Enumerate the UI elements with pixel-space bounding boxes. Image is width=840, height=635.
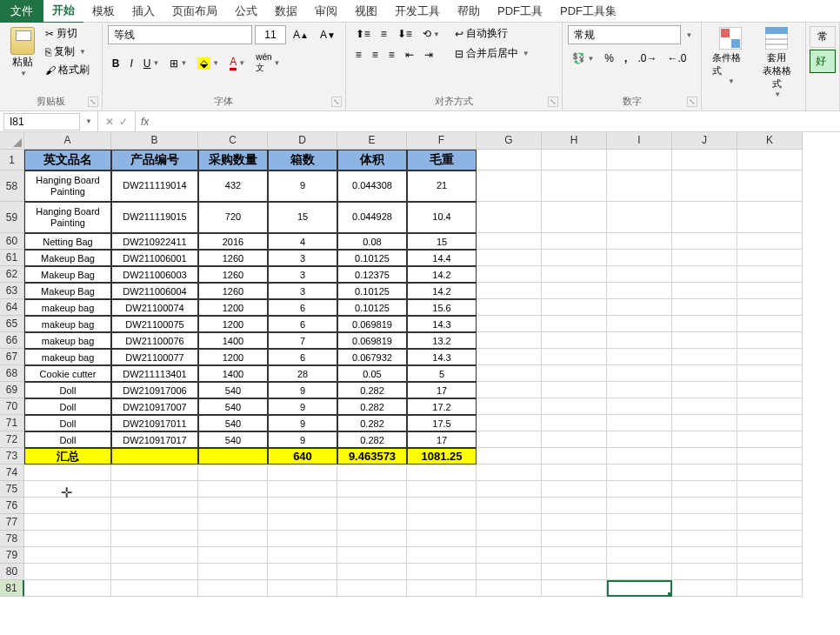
cell[interactable] — [477, 481, 542, 498]
cell[interactable] — [672, 465, 737, 481]
cell[interactable] — [737, 283, 803, 299]
cell[interactable] — [111, 547, 198, 564]
cell[interactable] — [477, 316, 542, 332]
table-cell[interactable]: 14.3 — [407, 349, 477, 365]
cell[interactable] — [672, 150, 737, 170]
table-cell[interactable]: 1260 — [198, 250, 268, 266]
row-header-71[interactable]: 71 — [0, 415, 24, 431]
cell[interactable] — [24, 498, 111, 514]
table-cell[interactable]: Hanging Board Painting — [24, 170, 111, 202]
cancel-formula-icon[interactable]: ✕ — [105, 116, 114, 128]
cell[interactable] — [737, 514, 803, 531]
orientation-button[interactable]: ⟲▼ — [418, 25, 444, 43]
table-cell[interactable]: 0.044308 — [337, 170, 407, 202]
percent-button[interactable]: % — [600, 50, 618, 67]
increase-indent-button[interactable]: ⇥ — [420, 46, 437, 64]
cell[interactable] — [672, 547, 737, 564]
table-cell[interactable]: DW21100076 — [111, 332, 198, 349]
table-cell[interactable]: 15 — [407, 233, 477, 250]
align-bottom-button[interactable]: ⬇≡ — [393, 25, 417, 43]
cell[interactable] — [542, 564, 607, 580]
align-expand-icon[interactable]: ⤡ — [548, 97, 558, 107]
table-cell[interactable]: 1400 — [198, 332, 268, 349]
cell[interactable] — [737, 233, 803, 250]
menu-template[interactable]: 模板 — [83, 0, 123, 23]
table-cell[interactable]: 0.05 — [337, 365, 407, 382]
table-cell[interactable]: 1200 — [198, 349, 268, 365]
table-cell[interactable]: DW210922411 — [111, 233, 198, 250]
row-header-77[interactable]: 77 — [0, 514, 24, 531]
cell[interactable] — [672, 250, 737, 266]
cell[interactable] — [607, 465, 672, 481]
fill-color-button[interactable]: ⬙▼ — [193, 55, 223, 72]
table-cell[interactable]: 1200 — [198, 299, 268, 316]
cell[interactable] — [542, 448, 607, 465]
table-header[interactable]: 箱数 — [268, 150, 337, 170]
cell[interactable] — [407, 498, 477, 514]
cell[interactable] — [737, 580, 803, 597]
cell[interactable] — [542, 382, 607, 398]
row-header-63[interactable]: 63 — [0, 283, 24, 299]
cell[interactable] — [477, 332, 542, 349]
cell[interactable] — [542, 202, 607, 233]
col-header-C[interactable]: C — [198, 132, 268, 150]
cell[interactable] — [477, 514, 542, 531]
cell[interactable] — [737, 564, 803, 580]
sum-cell[interactable] — [111, 448, 198, 465]
phonetic-button[interactable]: wén文▼ — [251, 50, 284, 77]
cell[interactable] — [607, 202, 672, 233]
table-header[interactable]: 采购数量 — [198, 150, 268, 170]
cell[interactable] — [607, 299, 672, 316]
cell[interactable] — [337, 465, 407, 481]
table-cell[interactable]: Makeup Bag — [24, 250, 111, 266]
row-header-74[interactable]: 74 — [0, 465, 24, 481]
menu-formula[interactable]: 公式 — [226, 0, 266, 23]
cell[interactable] — [542, 465, 607, 481]
cell[interactable] — [198, 465, 268, 481]
cell[interactable] — [542, 415, 607, 431]
cell[interactable] — [607, 498, 672, 514]
cell[interactable] — [111, 481, 198, 498]
cell[interactable] — [24, 465, 111, 481]
cell[interactable] — [607, 398, 672, 415]
cell[interactable] — [24, 514, 111, 531]
col-header-I[interactable]: I — [607, 132, 672, 150]
table-cell[interactable]: 0.282 — [337, 415, 407, 431]
cell[interactable] — [542, 365, 607, 382]
cell[interactable] — [268, 514, 337, 531]
menu-view[interactable]: 视图 — [346, 0, 386, 23]
format-painter-button[interactable]: 🖌格式刷 — [43, 62, 91, 78]
row-header-61[interactable]: 61 — [0, 250, 24, 266]
cell[interactable] — [672, 580, 737, 597]
cell[interactable] — [672, 332, 737, 349]
cell[interactable] — [268, 564, 337, 580]
align-middle-button[interactable]: ≡ — [377, 25, 391, 43]
cell[interactable] — [477, 448, 542, 465]
table-cell[interactable]: 17.2 — [407, 398, 477, 415]
cell[interactable] — [268, 465, 337, 481]
cell[interactable] — [477, 398, 542, 415]
cell[interactable] — [737, 365, 803, 382]
cell[interactable] — [737, 332, 803, 349]
cell[interactable] — [607, 564, 672, 580]
table-cell[interactable]: makeup bag — [24, 349, 111, 365]
table-cell[interactable]: 1200 — [198, 316, 268, 332]
decrease-decimal-button[interactable]: ←.0 — [663, 50, 690, 67]
table-cell[interactable]: 540 — [198, 382, 268, 398]
table-cell[interactable]: 6 — [268, 299, 337, 316]
cell[interactable] — [24, 547, 111, 564]
table-cell[interactable]: 9 — [268, 382, 337, 398]
cell[interactable] — [607, 283, 672, 299]
menu-data[interactable]: 数据 — [266, 0, 306, 23]
cell[interactable] — [337, 481, 407, 498]
cell[interactable] — [607, 415, 672, 431]
col-header-K[interactable]: K — [737, 132, 803, 150]
cell[interactable] — [198, 481, 268, 498]
cell[interactable] — [542, 498, 607, 514]
cell[interactable] — [337, 531, 407, 547]
cell[interactable] — [607, 150, 672, 170]
cell[interactable] — [737, 316, 803, 332]
cell[interactable] — [672, 514, 737, 531]
table-cell[interactable]: 7 — [268, 332, 337, 349]
cell[interactable] — [737, 299, 803, 316]
